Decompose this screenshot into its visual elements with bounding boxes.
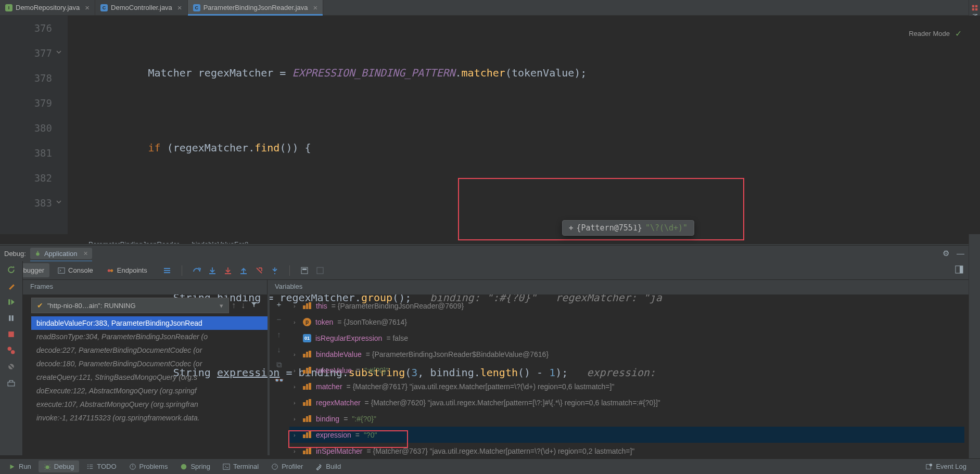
copy-icon[interactable]: ⧉ bbox=[276, 360, 282, 369]
stack-frame[interactable]: readBsonType:304, ParameterBindingJsonRe… bbox=[31, 330, 268, 343]
filter-icon[interactable] bbox=[250, 301, 258, 310]
variable-row[interactable]: ›ptoken = {JsonToken@7614} bbox=[289, 314, 964, 330]
get-thread-dump-icon[interactable] bbox=[7, 378, 16, 387]
terminal-toolwindow[interactable]: Terminal bbox=[218, 460, 264, 472]
stack-frame[interactable]: invoke:-1, 2147115323 (org.springframewo… bbox=[31, 411, 268, 425]
next-frame-icon[interactable]: ↓ bbox=[241, 301, 245, 310]
vertical-splitter[interactable] bbox=[268, 294, 270, 455]
tab-democontroller[interactable]: CDemoController.java× bbox=[95, 0, 188, 15]
evaluate-tooltip[interactable]: +{Pattern@7551} "\?(\d+)" bbox=[562, 220, 694, 236]
stack-frame[interactable]: doExecute:122, AbstractMongoQuery (org.s… bbox=[31, 384, 268, 398]
show-execution-point-icon[interactable] bbox=[163, 266, 171, 275]
force-step-into-icon[interactable] bbox=[224, 266, 232, 275]
stack-frame[interactable]: decode:227, ParameterBindingDocumentCode… bbox=[31, 343, 268, 357]
variable-row[interactable]: ›bindableValue = {ParameterBindingJsonRe… bbox=[289, 346, 964, 362]
layout-icon[interactable] bbox=[955, 265, 963, 274]
expand-icon[interactable]: › bbox=[294, 400, 299, 406]
variable-row[interactable]: ›expression = "?0" bbox=[289, 427, 964, 443]
maven-icon[interactable] bbox=[971, 4, 978, 11]
variable-row[interactable]: ›inSpelMatcher = {Matcher@7637} "java.ut… bbox=[289, 443, 964, 455]
gear-icon[interactable]: ⚙ bbox=[943, 249, 949, 258]
expand-icon[interactable]: › bbox=[294, 319, 299, 325]
expand-icon[interactable]: › bbox=[294, 432, 299, 438]
stop-icon[interactable] bbox=[7, 330, 16, 339]
variables-header: Variables bbox=[268, 280, 969, 294]
variable-row[interactable]: 01isRegularExpression = false bbox=[289, 330, 964, 346]
expand-icon[interactable]: › bbox=[294, 383, 299, 390]
trace-icon[interactable] bbox=[316, 266, 324, 275]
svg-rect-15 bbox=[12, 315, 14, 321]
status-bar: Run Debug TODO Problems Spring Terminal … bbox=[0, 458, 980, 474]
expand-icon[interactable]: › bbox=[294, 367, 299, 374]
debug-toolwindow-header: Debug: Application × ⚙ — bbox=[0, 246, 969, 261]
expand-icon[interactable]: › bbox=[294, 351, 299, 357]
spring-toolwindow[interactable]: Spring bbox=[175, 460, 215, 472]
run-config-name: Application bbox=[44, 250, 78, 258]
expand-icon[interactable]: › bbox=[294, 303, 299, 309]
variable-row[interactable]: ›matcher = {Matcher@7617} "java.util.reg… bbox=[289, 378, 964, 394]
glasses-icon[interactable]: 👓 bbox=[274, 376, 284, 385]
run-to-cursor-icon[interactable] bbox=[271, 266, 279, 275]
variables-tree[interactable]: ›this = {ParameterBindingJsonReader@7609… bbox=[289, 298, 964, 455]
todo-icon bbox=[86, 463, 94, 470]
view-breakpoints-icon[interactable] bbox=[7, 346, 16, 355]
stack-frame[interactable]: decode:180, ParameterBindingDocumentCode… bbox=[31, 357, 268, 370]
fold-icon[interactable] bbox=[55, 198, 62, 206]
modify-run-icon[interactable] bbox=[7, 281, 16, 290]
fold-icon[interactable] bbox=[55, 48, 62, 56]
event-log[interactable]: Event Log bbox=[920, 460, 972, 472]
stack-frame[interactable]: execute:107, AbstractMongoQuery (org.spr… bbox=[31, 398, 268, 411]
variable-row[interactable]: ›tokenValue = ":#{?0}" bbox=[289, 362, 964, 378]
variables-toolbar: + − ↑ ↓ ⧉ 👓 bbox=[272, 298, 286, 385]
resume-icon[interactable] bbox=[7, 298, 16, 306]
svg-rect-2 bbox=[58, 267, 65, 273]
console-tab[interactable]: Console bbox=[53, 263, 98, 277]
step-out-icon[interactable] bbox=[239, 266, 248, 275]
rerun-icon[interactable] bbox=[7, 265, 16, 274]
pause-icon[interactable] bbox=[7, 314, 16, 323]
run-toolwindow[interactable]: Run bbox=[3, 460, 36, 472]
field-icon bbox=[303, 383, 312, 390]
close-icon[interactable]: × bbox=[313, 3, 318, 12]
step-over-icon[interactable] bbox=[193, 266, 201, 275]
close-icon[interactable]: × bbox=[177, 3, 182, 12]
debug-toolwindow[interactable]: Debug bbox=[39, 460, 79, 472]
up-icon[interactable]: ↑ bbox=[277, 330, 281, 339]
debug-panes-header: Frames Variables bbox=[23, 280, 969, 294]
line-gutter: 376 377 378 379 380 381 382 383 bbox=[0, 16, 68, 234]
variable-row[interactable]: ›binding = ":#{?0}" bbox=[289, 411, 964, 427]
step-into-icon[interactable] bbox=[208, 266, 217, 275]
build-toolwindow[interactable]: Build bbox=[310, 460, 346, 472]
prev-frame-icon[interactable]: ↑ bbox=[232, 301, 236, 310]
drop-frame-icon[interactable] bbox=[255, 266, 263, 275]
close-icon[interactable]: × bbox=[84, 249, 88, 258]
todo-toolwindow[interactable]: TODO bbox=[81, 460, 121, 472]
mute-breakpoints-icon[interactable] bbox=[7, 362, 16, 371]
remove-watch-icon[interactable]: − bbox=[277, 315, 282, 324]
profiler-toolwindow[interactable]: Profiler bbox=[266, 460, 308, 472]
stack-frame[interactable]: createQuery:121, StringBasedMongoQuery (… bbox=[31, 370, 268, 384]
frames-list[interactable]: bindableValueFor:383, ParameterBindingJs… bbox=[31, 316, 268, 455]
expand-icon[interactable]: › bbox=[294, 448, 299, 454]
problems-toolwindow[interactable]: Problems bbox=[124, 460, 173, 472]
variable-row[interactable]: ›this = {ParameterBindingJsonReader@7609… bbox=[289, 298, 964, 314]
minimize-icon[interactable]: — bbox=[957, 249, 964, 258]
close-icon[interactable]: × bbox=[85, 3, 90, 12]
svg-rect-20 bbox=[8, 382, 15, 386]
code-editor[interactable]: Reader Mode✓ 376 377 378 379 380 381 382… bbox=[0, 16, 980, 234]
stack-frame[interactable]: bindableValueFor:383, ParameterBindingJs… bbox=[31, 316, 268, 330]
down-icon[interactable]: ↓ bbox=[277, 345, 281, 354]
svg-rect-7 bbox=[240, 273, 247, 274]
run-config-tab[interactable]: Application × bbox=[30, 248, 92, 259]
reader-mode-indicator[interactable]: Reader Mode✓ bbox=[909, 29, 962, 39]
endpoints-tab[interactable]: Endpoints bbox=[101, 263, 152, 277]
class-icon: C bbox=[100, 4, 108, 11]
variable-row[interactable]: ›regexMatcher = {Matcher@7620} "java.uti… bbox=[289, 394, 964, 411]
expand-icon[interactable]: › bbox=[294, 416, 299, 422]
thread-selector[interactable]: ✔"http-nio-80…ain": RUNNING ▾ bbox=[31, 298, 229, 313]
tab-demorepository[interactable]: IDemoRepository.java× bbox=[0, 0, 95, 15]
evaluate-icon[interactable] bbox=[300, 266, 309, 275]
class-icon: C bbox=[193, 4, 200, 11]
new-watch-icon[interactable]: + bbox=[277, 300, 282, 309]
tab-parameterbindingjsonreader[interactable]: CParameterBindingJsonReader.java× bbox=[188, 0, 324, 15]
